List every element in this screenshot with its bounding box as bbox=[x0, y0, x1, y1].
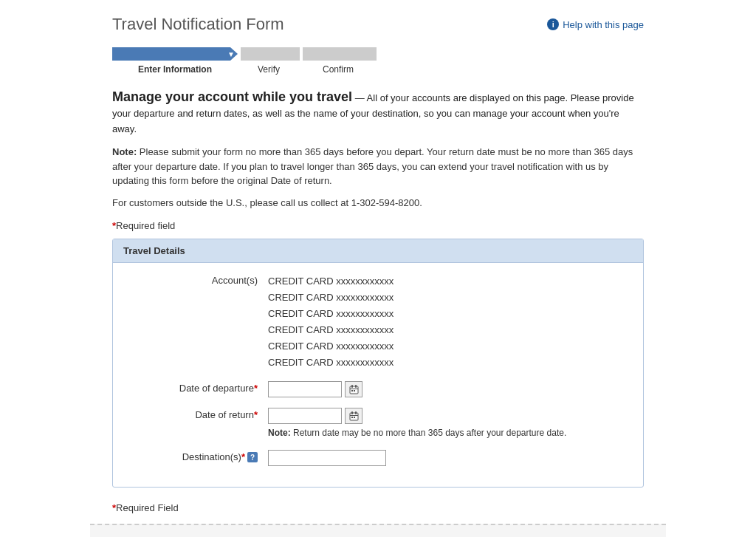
departure-row: Date of departure* bbox=[120, 381, 636, 397]
accounts-row: Account(s) CREDIT CARD xxxxxxxxxxxx CRED… bbox=[120, 273, 636, 372]
step-dropdown-icon: ▼ bbox=[227, 50, 235, 58]
accounts-label: Account(s) bbox=[120, 273, 268, 286]
return-label: Date of return* bbox=[120, 408, 268, 420]
travel-details-section: Travel Details Account(s) CREDIT CARD xx… bbox=[112, 239, 644, 488]
return-input-wrapper bbox=[268, 408, 636, 424]
page-header: Travel Notification Form i Help with thi… bbox=[112, 15, 644, 34]
help-link[interactable]: i Help with this page bbox=[547, 18, 644, 30]
accounts-value: CREDIT CARD xxxxxxxxxxxx CREDIT CARD xxx… bbox=[268, 273, 636, 372]
svg-rect-7 bbox=[351, 411, 353, 414]
destination-info-icon: ? bbox=[247, 452, 258, 462]
departure-calendar-button[interactable] bbox=[345, 381, 362, 397]
step-confirm-block bbox=[303, 47, 377, 61]
page-title: Travel Notification Form bbox=[112, 15, 284, 34]
required-field-label: Required Field bbox=[116, 502, 179, 513]
svg-rect-5 bbox=[354, 390, 355, 391]
return-row: Date of return* bbox=[120, 408, 636, 439]
svg-rect-8 bbox=[355, 411, 357, 414]
footer-section: Next Cancel bbox=[90, 524, 666, 537]
account-line-5: CREDIT CARD xxxxxxxxxxxx bbox=[268, 338, 636, 355]
account-line-6: CREDIT CARD xxxxxxxxxxxx bbox=[268, 355, 636, 371]
departure-value bbox=[268, 381, 636, 397]
contact-text: For customers outside the U.S., please c… bbox=[112, 197, 644, 208]
account-line-3: CREDIT CARD xxxxxxxxxxxx bbox=[268, 306, 636, 322]
account-line-1: CREDIT CARD xxxxxxxxxxxx bbox=[268, 273, 636, 290]
section-body: Account(s) CREDIT CARD xxxxxxxxxxxx CRED… bbox=[113, 263, 643, 487]
return-value: Note: Return date may be no more than 36… bbox=[268, 408, 636, 439]
return-date-input[interactable] bbox=[268, 408, 342, 424]
step-label-enter: Enter Information bbox=[138, 64, 212, 75]
main-heading-block: Manage your account while you travel — A… bbox=[112, 89, 644, 136]
departure-date-input[interactable] bbox=[268, 381, 342, 397]
step-verify-block bbox=[241, 47, 300, 61]
step-active-block: ▼ bbox=[112, 47, 238, 61]
svg-rect-10 bbox=[351, 417, 353, 418]
destination-input[interactable] bbox=[268, 450, 386, 466]
destination-label: Destination(s)*? bbox=[120, 450, 268, 463]
svg-rect-1 bbox=[351, 385, 353, 388]
section-header: Travel Details bbox=[113, 239, 643, 263]
required-note-label: Required field bbox=[116, 220, 175, 231]
note-block: Note: Please submit your form no more th… bbox=[112, 145, 644, 188]
note-text: Please submit your form no more than 365… bbox=[112, 146, 633, 186]
step-label-confirm: Confirm bbox=[323, 64, 354, 75]
return-note-label: Note: bbox=[268, 428, 291, 438]
departure-label: Date of departure* bbox=[120, 381, 268, 394]
return-date-note: Note: Return date may be no more than 36… bbox=[268, 427, 636, 439]
help-icon: i bbox=[547, 18, 559, 30]
required-note-bottom: *Required Field bbox=[112, 502, 644, 513]
help-link-text: Help with this page bbox=[563, 19, 644, 30]
departure-input-wrapper bbox=[268, 381, 636, 397]
svg-rect-2 bbox=[355, 385, 357, 388]
account-line-2: CREDIT CARD xxxxxxxxxxxx bbox=[268, 290, 636, 306]
heading-bold: Manage your account while you travel bbox=[112, 89, 352, 104]
svg-rect-11 bbox=[354, 417, 355, 418]
destination-value bbox=[268, 450, 636, 466]
required-note-top: *Required field bbox=[112, 220, 644, 231]
account-line-4: CREDIT CARD xxxxxxxxxxxx bbox=[268, 322, 636, 338]
note-label: Note: bbox=[112, 146, 137, 157]
return-note-text: Return date may be no more than 365 days… bbox=[291, 428, 567, 438]
destination-row: Destination(s)*? bbox=[120, 450, 636, 466]
progress-steps: ▼ Enter Information Verify Confirm bbox=[112, 47, 644, 75]
return-calendar-button[interactable] bbox=[345, 408, 362, 424]
step-label-verify: Verify bbox=[258, 64, 280, 75]
svg-rect-4 bbox=[351, 390, 353, 391]
main-heading: Manage your account while you travel — A… bbox=[112, 89, 644, 136]
